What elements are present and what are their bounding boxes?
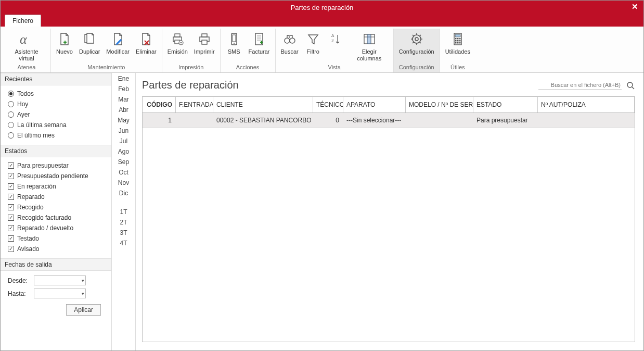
configuracion-button[interactable]: Configuración bbox=[396, 30, 437, 63]
ribbon-label: Emisión bbox=[168, 48, 188, 62]
nuevo-button[interactable]: Nuevo bbox=[53, 30, 76, 63]
eliminar-button[interactable]: Eliminar bbox=[133, 30, 160, 63]
emision-button[interactable]: Emisión bbox=[164, 30, 191, 63]
option-label: Recogido facturado bbox=[17, 214, 71, 221]
option-label: Reparado / devuelto bbox=[17, 224, 73, 232]
option-label: En reparación bbox=[17, 183, 56, 190]
sms-button[interactable]: SMS bbox=[223, 30, 246, 63]
recientes-option[interactable]: Ayer bbox=[8, 109, 106, 120]
desde-input[interactable]: ▾ bbox=[34, 275, 86, 285]
sort-az-icon: AZ bbox=[328, 31, 344, 47]
quarter-item[interactable]: 2T bbox=[120, 219, 127, 226]
svg-rect-7 bbox=[202, 34, 207, 37]
binoculars-icon bbox=[281, 31, 298, 47]
radio-icon bbox=[8, 111, 14, 118]
chevron-down-icon: ▾ bbox=[82, 278, 84, 283]
hasta-row: Hasta: ▾ bbox=[8, 287, 106, 300]
option-label: Hoy bbox=[17, 101, 28, 108]
estados-option[interactable]: ✓Testado bbox=[8, 233, 106, 244]
printer-gear-icon bbox=[169, 31, 186, 47]
quarter-item[interactable]: 3T bbox=[120, 229, 127, 236]
imprimir-button[interactable]: Imprimir bbox=[191, 30, 218, 63]
quarter-item[interactable]: 4T bbox=[120, 240, 127, 247]
estados-option[interactable]: ✓Recogido bbox=[8, 202, 106, 212]
estados-option[interactable]: ✓En reparación bbox=[8, 181, 106, 192]
month-item[interactable]: Jun bbox=[119, 127, 128, 134]
option-label: El último mes bbox=[17, 132, 55, 139]
searchbox bbox=[538, 81, 635, 90]
option-label: La última semana bbox=[17, 121, 67, 129]
recientes-option[interactable]: Hoy bbox=[8, 99, 106, 109]
search-icon[interactable] bbox=[626, 81, 635, 90]
main-header: Partes de reparación bbox=[142, 79, 635, 91]
checkbox-icon: ✓ bbox=[8, 183, 14, 190]
ribbon-label: Asistente virtual bbox=[8, 48, 45, 62]
radio-icon bbox=[8, 122, 14, 128]
aplicar-button[interactable]: Aplicar bbox=[66, 304, 101, 316]
month-item[interactable]: Abr bbox=[119, 106, 128, 114]
ribbon-label: Filtro bbox=[307, 48, 319, 62]
col-estado[interactable]: ESTADO bbox=[473, 97, 538, 112]
option-label: Testado bbox=[17, 235, 39, 242]
close-button[interactable]: ✕ bbox=[629, 2, 640, 12]
sort-button[interactable]: AZ bbox=[325, 30, 347, 63]
duplicar-button[interactable]: Duplicar bbox=[76, 30, 103, 63]
recientes-option[interactable]: El último mes bbox=[8, 130, 106, 141]
col-cliente[interactable]: CLIENTE bbox=[213, 97, 313, 112]
col-fentrada[interactable]: F.ENTRADA bbox=[176, 97, 213, 112]
utilidades-button[interactable]: Utilidades bbox=[442, 30, 473, 63]
cell-tecnico: 0 bbox=[313, 113, 343, 128]
month-item[interactable]: Ene bbox=[118, 75, 129, 82]
month-item[interactable]: Dic bbox=[119, 190, 128, 197]
month-item[interactable]: Sep bbox=[118, 158, 129, 166]
svg-rect-24 bbox=[457, 38, 459, 40]
panel-estados-body: ✓Para presupuestar✓Presupuestado pendien… bbox=[1, 157, 111, 258]
svg-rect-29 bbox=[455, 42, 457, 44]
month-item[interactable]: Mar bbox=[118, 96, 129, 103]
estados-option[interactable]: ✓Presupuestado pendiente bbox=[8, 171, 106, 181]
svg-rect-8 bbox=[202, 40, 207, 44]
col-tecnico[interactable]: TÉCNICO bbox=[313, 97, 343, 112]
ribbon-group-impresion: Emisión Imprimir Impresión bbox=[162, 29, 221, 72]
calculator-icon bbox=[449, 31, 466, 47]
svg-point-11 bbox=[234, 43, 235, 44]
recientes-option[interactable]: Todos bbox=[8, 89, 106, 99]
modificar-button[interactable]: Modificar bbox=[103, 30, 133, 63]
hasta-input[interactable]: ▾ bbox=[34, 289, 86, 298]
ribbon-group-utiles: Utilidades Útiles bbox=[440, 29, 475, 72]
estados-option[interactable]: ✓Para presupuestar bbox=[8, 160, 106, 171]
month-item[interactable]: Oct bbox=[119, 169, 128, 176]
estados-option[interactable]: ✓Recogido facturado bbox=[8, 212, 106, 223]
recientes-option[interactable]: La última semana bbox=[8, 120, 106, 130]
col-codigo[interactable]: CÓDIGO bbox=[143, 97, 176, 112]
printer-icon bbox=[196, 31, 213, 47]
gear-icon bbox=[408, 31, 425, 47]
estados-option[interactable]: ✓Reparado / devuelto bbox=[8, 223, 106, 233]
col-aparato[interactable]: APARATO bbox=[343, 97, 406, 112]
quarter-item[interactable]: 1T bbox=[120, 208, 127, 216]
chevron-down-icon: ▾ bbox=[82, 291, 84, 296]
tab-fichero[interactable]: Fichero bbox=[5, 15, 41, 27]
month-item[interactable]: Feb bbox=[118, 85, 129, 93]
month-item[interactable]: May bbox=[118, 117, 130, 124]
svg-point-20 bbox=[415, 37, 418, 41]
month-item[interactable]: Ago bbox=[118, 148, 129, 155]
close-icon: ✕ bbox=[632, 2, 638, 11]
body: Recientes TodosHoyAyerLa última semanaEl… bbox=[1, 73, 643, 350]
elegir-columnas-button[interactable]: Elegir columnas bbox=[347, 30, 391, 63]
asistente-virtual-button[interactable]: α Asistente virtual bbox=[5, 30, 48, 63]
option-label: Para presupuestar bbox=[17, 162, 69, 169]
month-item[interactable]: Nov bbox=[118, 179, 129, 186]
col-poliza[interactable]: Nº AUT/POLIZA bbox=[538, 97, 635, 112]
search-input[interactable] bbox=[538, 81, 622, 90]
facturar-button[interactable]: Facturar bbox=[246, 30, 273, 63]
buscar-button[interactable]: Buscar bbox=[278, 30, 302, 63]
month-item[interactable]: Jul bbox=[120, 137, 127, 145]
table-row[interactable]: 100002 - SEBASTIAN PANCORBO0---Sin selec… bbox=[143, 113, 635, 128]
col-modelo[interactable]: MODELO / Nº DE SERIE: bbox=[406, 97, 473, 112]
filtro-button[interactable]: Filtro bbox=[302, 30, 325, 63]
estados-option[interactable]: ✓Avisado bbox=[8, 244, 106, 254]
estados-option[interactable]: ✓Reparado bbox=[8, 192, 106, 202]
svg-rect-23 bbox=[455, 38, 457, 40]
ribbon-group-mantenimiento: Nuevo Duplicar Modificar bbox=[51, 29, 162, 72]
